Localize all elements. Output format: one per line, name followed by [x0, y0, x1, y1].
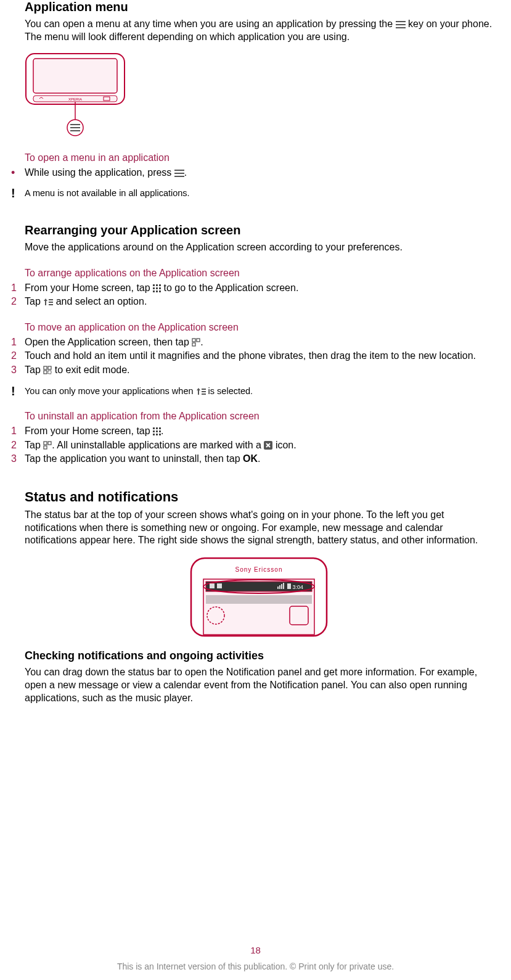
text: While using the application, press — [25, 167, 174, 178]
step-number: 2 — [11, 295, 25, 308]
sort-icon — [196, 387, 206, 395]
text: Tap the application you want to uninstal… — [25, 453, 243, 464]
menu-icon — [174, 170, 184, 177]
text: Touch and hold an item until it magnifie… — [25, 349, 493, 363]
svg-rect-38 — [279, 585, 280, 589]
edit-layout-icon — [43, 441, 52, 450]
step: 2 Tap . All uninstallable applications a… — [25, 439, 493, 452]
step: 3 Tap the application you want to uninst… — [25, 452, 493, 466]
apps-grid-icon — [153, 284, 161, 292]
step: 3 Tap to exit edit mode. — [25, 363, 493, 377]
text: is selected. — [206, 386, 253, 396]
text: icon. — [272, 440, 296, 450]
text: . All uninstallable applications are mar… — [52, 440, 264, 450]
task-heading: To arrange applications on the Applicati… — [25, 268, 493, 279]
note: ! You can only move your applications wh… — [25, 385, 493, 398]
heading-application-menu: Application menu — [25, 0, 493, 14]
text: Open the Application screen, then tap — [25, 337, 192, 347]
footer-note: This is an Internet version of this publ… — [0, 961, 511, 971]
text: . — [161, 426, 163, 436]
text: From your Home screen, tap — [25, 426, 153, 436]
bullet-step: • While using the application, press . — [25, 166, 493, 179]
phone-status-illustration: Sony Ericsson 3:04 — [166, 557, 351, 637]
text: . — [258, 453, 260, 464]
svg-rect-42 — [206, 595, 312, 604]
step: 1 Open the Application screen, then tap … — [25, 336, 493, 349]
exit-edit-icon — [43, 366, 52, 374]
text: Tap — [25, 296, 43, 307]
step: 2 Tap and select an option. — [25, 295, 493, 308]
text: to go to the Application screen. — [161, 282, 298, 293]
apps-grid-icon — [153, 427, 161, 435]
step-number: 2 — [11, 349, 25, 363]
step-number: 1 — [11, 281, 25, 295]
device-illustration: XPERIA — [25, 52, 493, 139]
text: . — [184, 167, 187, 178]
page-number: 18 — [0, 945, 511, 955]
step-number: 3 — [11, 452, 25, 466]
heading-checking-notifications: Checking notifications and ongoing activ… — [25, 649, 493, 662]
heading-rearranging: Rearranging your Application screen — [25, 223, 493, 237]
task-heading: To move an application on the Applicatio… — [25, 322, 493, 333]
step: 1 From your Home screen, tap . — [25, 424, 493, 438]
text: . — [200, 337, 203, 347]
text: Tap — [25, 364, 43, 375]
paragraph: You can open a menu at any time when you… — [25, 18, 493, 44]
task-heading: To uninstall an application from the App… — [25, 411, 493, 422]
text: From your Home screen, tap — [25, 282, 153, 293]
uninstall-x-icon — [264, 441, 272, 450]
text: You can open a menu at any time when you… — [25, 19, 396, 29]
edit-layout-icon — [192, 338, 200, 347]
text: and select an option. — [53, 296, 147, 307]
svg-rect-39 — [281, 584, 282, 589]
bullet: • — [11, 166, 25, 178]
paragraph: You can drag down the status bar to open… — [25, 666, 493, 704]
note-text: A menu is not available in all applicati… — [25, 187, 493, 200]
menu-icon — [396, 21, 406, 28]
step-number: 1 — [11, 336, 25, 349]
task-heading: To open a menu in an application — [25, 152, 493, 163]
paragraph: Move the applications around on the Appl… — [25, 241, 493, 254]
paragraph: The status bar at the top of your screen… — [25, 509, 493, 547]
status-time: 3:04 — [292, 584, 303, 590]
text: Tap — [25, 440, 43, 450]
step-number: 1 — [11, 424, 25, 438]
ok-label: OK — [243, 453, 258, 464]
step-number: 2 — [11, 439, 25, 452]
svg-rect-36 — [217, 583, 222, 588]
step-number: 3 — [11, 363, 25, 377]
text: You can only move your applications when — [25, 386, 196, 396]
svg-rect-24 — [33, 59, 117, 93]
step: 2 Touch and hold an item until it magnif… — [25, 349, 493, 363]
warning-icon: ! — [11, 385, 25, 397]
svg-rect-35 — [210, 583, 215, 588]
svg-text:XPERIA: XPERIA — [68, 97, 82, 101]
svg-text:Sony Ericsson: Sony Ericsson — [235, 566, 282, 573]
heading-status-notifications: Status and notifications — [25, 489, 493, 505]
svg-rect-37 — [277, 587, 279, 589]
note: ! A menu is not available in all applica… — [25, 187, 493, 200]
svg-rect-40 — [283, 583, 284, 589]
svg-rect-41 — [287, 583, 291, 589]
sort-icon — [43, 298, 53, 306]
step: 1 From your Home screen, tap to go to th… — [25, 281, 493, 295]
warning-icon: ! — [11, 187, 25, 199]
text: to exit edit mode. — [52, 364, 129, 375]
